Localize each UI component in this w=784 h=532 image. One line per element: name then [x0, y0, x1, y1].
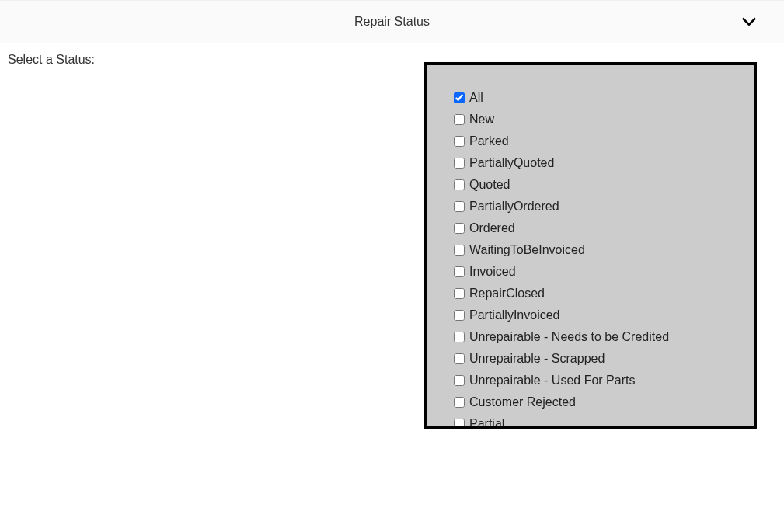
status-option[interactable]: All	[454, 87, 746, 109]
status-option-label: Invoiced	[469, 263, 516, 281]
status-option-label: New	[469, 110, 494, 129]
status-option[interactable]: Invoiced	[454, 261, 746, 283]
status-option-label: PartiallyOrdered	[469, 197, 559, 216]
chevron-down-icon[interactable]	[742, 17, 756, 26]
status-checkbox[interactable]	[454, 114, 465, 125]
status-option-label: Ordered	[469, 219, 515, 238]
status-option-label: Quoted	[469, 176, 510, 194]
status-option-label: RepairClosed	[469, 284, 545, 303]
status-checkbox[interactable]	[454, 353, 465, 364]
status-option[interactable]: WaitingToBeInvoiced	[454, 239, 746, 261]
status-option-label: Partial	[469, 415, 504, 429]
panel-title: Repair Status	[354, 15, 430, 29]
status-option-label: PartiallyInvoiced	[469, 306, 560, 325]
status-option[interactable]: PartiallyQuoted	[454, 152, 746, 174]
status-checkbox[interactable]	[454, 266, 465, 277]
status-checkbox[interactable]	[454, 397, 465, 408]
status-checkbox[interactable]	[454, 310, 465, 321]
status-option[interactable]: Unrepairable - Scrapped	[454, 348, 746, 370]
status-option-label: All	[469, 89, 483, 107]
status-option[interactable]: Partial	[454, 413, 746, 429]
status-option-label: Unrepairable - Used For Parts	[469, 371, 635, 390]
status-option-label: WaitingToBeInvoiced	[469, 241, 585, 259]
status-option[interactable]: Customer Rejected	[454, 391, 746, 413]
status-option-label: PartiallyQuoted	[469, 154, 554, 172]
status-checkbox[interactable]	[454, 158, 465, 169]
status-option[interactable]: PartiallyInvoiced	[454, 304, 746, 326]
status-option[interactable]: RepairClosed	[454, 283, 746, 304]
panel-header[interactable]: Repair Status	[0, 0, 784, 43]
status-option-label: Customer Rejected	[469, 393, 576, 412]
status-checkbox[interactable]	[454, 288, 465, 299]
status-checkbox[interactable]	[454, 136, 465, 147]
status-option[interactable]: PartiallyOrdered	[454, 196, 746, 217]
status-checkbox[interactable]	[454, 332, 465, 342]
status-checkbox[interactable]	[454, 375, 465, 386]
status-checkbox[interactable]	[454, 92, 465, 103]
status-option-list: AllNewParkedPartiallyQuotedQuotedPartial…	[427, 65, 754, 429]
status-option[interactable]: Unrepairable - Used For Parts	[454, 370, 746, 391]
status-checkbox[interactable]	[454, 419, 465, 429]
status-option[interactable]: New	[454, 109, 746, 130]
status-checkbox[interactable]	[454, 245, 465, 256]
status-option[interactable]: Quoted	[454, 174, 746, 196]
status-option-label: Parked	[469, 132, 509, 151]
status-option[interactable]: Parked	[454, 130, 746, 152]
status-checkbox[interactable]	[454, 179, 465, 190]
status-checkbox[interactable]	[454, 201, 465, 212]
status-option[interactable]: Ordered	[454, 217, 746, 239]
status-selection-box[interactable]: AllNewParkedPartiallyQuotedQuotedPartial…	[424, 62, 757, 429]
status-checkbox[interactable]	[454, 223, 465, 234]
status-option[interactable]: Unrepairable - Needs to be Credited	[454, 326, 746, 348]
status-option-label: Unrepairable - Needs to be Credited	[469, 328, 669, 346]
status-option-label: Unrepairable - Scrapped	[469, 349, 605, 368]
